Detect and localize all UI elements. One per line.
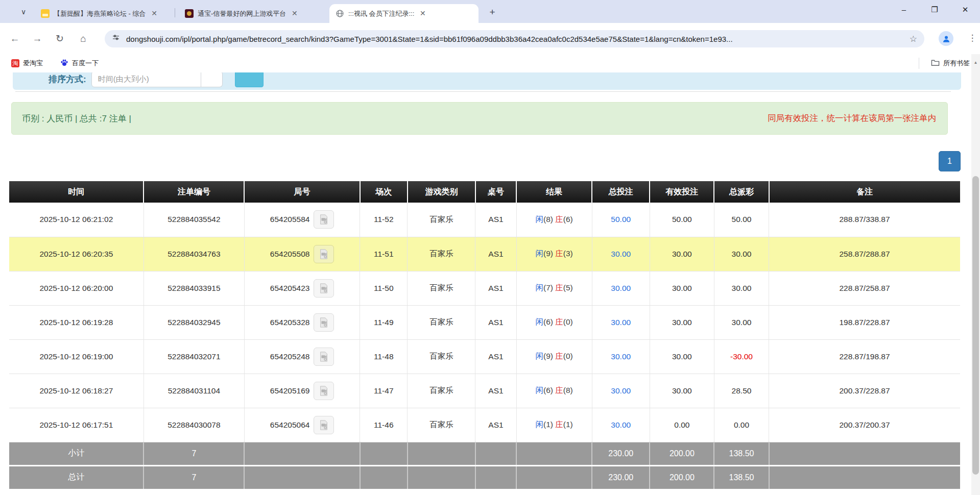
window-minimize-button[interactable]: – xyxy=(896,2,912,17)
refresh-icon[interactable]: ↻ xyxy=(52,31,67,46)
cell-total-bet[interactable]: 30.00 xyxy=(592,305,650,339)
column-header: 总派彩 xyxy=(714,181,769,203)
total-total-bet: 230.00 xyxy=(592,465,650,489)
column-header: 局号 xyxy=(244,181,360,203)
globe-favicon-icon xyxy=(336,9,344,18)
cell-table-number: AS1 xyxy=(475,408,516,442)
subtotal-valid-bet: 200.00 xyxy=(650,442,714,465)
tab-title: :::视讯 会员下注纪录::: xyxy=(348,9,414,18)
cell-bet-number: 522884032071 xyxy=(144,339,244,374)
bookmark-star-icon[interactable]: ☆ xyxy=(910,34,917,44)
tab-close-icon[interactable]: ✕ xyxy=(290,9,299,18)
cell-time: 2025-10-12 06:19:28 xyxy=(9,305,144,339)
new-tab-button[interactable]: + xyxy=(485,6,499,20)
tab-title: 【新提醒】海燕策略论坛 - 综合 xyxy=(54,9,146,18)
sort-select[interactable] xyxy=(201,72,223,87)
forward-icon[interactable]: → xyxy=(30,31,45,46)
site-settings-icon[interactable] xyxy=(112,34,120,44)
bookmark-label: 爱淘宝 xyxy=(23,59,43,68)
video-replay-button[interactable] xyxy=(314,279,334,298)
tab-close-icon[interactable]: ✕ xyxy=(418,9,427,18)
tab-close-icon[interactable]: ✕ xyxy=(150,9,159,18)
cell-total-bet[interactable]: 30.00 xyxy=(592,237,650,271)
cell-valid-bet: 30.00 xyxy=(650,271,714,305)
total-bet-link: 50.00 xyxy=(611,215,631,224)
address-bar[interactable]: dongshouji.com/ipl/portal.php/game/betre… xyxy=(105,30,924,47)
bookmark-label: 百度一下 xyxy=(72,59,99,68)
cell-result: 闲(9) 庄(3) xyxy=(516,237,592,271)
scroll-up-arrow-icon[interactable]: ▲ xyxy=(971,60,980,65)
video-replay-button[interactable] xyxy=(314,348,334,366)
browser-toolbar: ← → ↻ ⌂ dongshouji.com/ipl/portal.php/ga… xyxy=(0,23,980,54)
video-replay-button[interactable] xyxy=(314,210,334,229)
cell-table-number: AS1 xyxy=(475,305,516,339)
folder-icon xyxy=(931,59,940,68)
video-replay-button[interactable] xyxy=(314,245,334,263)
casino-favicon-icon xyxy=(185,9,194,18)
browser-tab-3-active[interactable]: :::视讯 会员下注纪录::: ✕ xyxy=(329,4,479,23)
cell-table-number: AS1 xyxy=(475,237,516,271)
cell-session: 11-50 xyxy=(360,271,408,305)
video-replay-button[interactable] xyxy=(314,416,334,434)
cell-remark: 200.37/200.37 xyxy=(769,408,960,442)
cell-result: 闲(6) 庄(8) xyxy=(516,374,592,408)
column-header: 结果 xyxy=(516,181,592,203)
cell-valid-bet: 50.00 xyxy=(650,203,714,237)
cell-total-bet[interactable]: 30.00 xyxy=(592,408,650,442)
video-replay-button[interactable] xyxy=(314,382,334,400)
cell-remark: 288.87/338.87 xyxy=(769,203,960,237)
video-replay-button[interactable] xyxy=(314,313,334,332)
back-icon[interactable]: ← xyxy=(7,31,22,46)
browser-tab-2[interactable]: 通宝-信誉最好的网上游戏平台 ✕ xyxy=(179,4,321,23)
cell-round-number: 654205423 xyxy=(244,271,360,305)
bookmarks-bar: 淘 爱淘宝 百度一下 所有书签 xyxy=(0,54,980,72)
vertical-scrollbar[interactable]: ▲ xyxy=(971,54,980,495)
total-valid-bet: 200.00 xyxy=(650,465,714,489)
cell-game-type: 百家乐 xyxy=(408,339,475,374)
all-bookmarks-label: 所有书签 xyxy=(943,59,970,68)
cell-session: 11-49 xyxy=(360,305,408,339)
cell-total-bet[interactable]: 50.00 xyxy=(592,203,650,237)
column-header: 备注 xyxy=(769,181,960,203)
cell-remark: 228.87/258.87 xyxy=(769,271,960,305)
url-text[interactable]: dongshouji.com/ipl/portal.php/game/betre… xyxy=(126,35,904,43)
tab-title: 通宝-信誉最好的网上游戏平台 xyxy=(198,9,286,18)
currency-summary-text: 币别 : 人民币 | 总共 :7 注单 | xyxy=(22,113,131,125)
table-row: 2025-10-12 06:17:51522884030078654205064… xyxy=(9,408,960,442)
cell-remark: 198.87/228.87 xyxy=(769,305,960,339)
cell-total-bet[interactable]: 30.00 xyxy=(592,374,650,408)
cell-result: 闲(9) 庄(0) xyxy=(516,339,592,374)
search-button[interactable] xyxy=(235,72,264,87)
cell-payout: -30.00 xyxy=(714,339,769,374)
column-header: 注单编号 xyxy=(144,181,244,203)
cell-valid-bet: 0.00 xyxy=(650,408,714,442)
profile-avatar[interactable] xyxy=(939,31,953,46)
cell-total-bet[interactable]: 30.00 xyxy=(592,339,650,374)
window-maximize-button[interactable]: ❐ xyxy=(927,2,942,17)
sort-label: 排序方式: xyxy=(49,73,86,85)
sort-input[interactable]: 时间(由大到小) xyxy=(91,72,201,87)
cell-total-bet[interactable]: 30.00 xyxy=(592,271,650,305)
table-row: 2025-10-12 06:18:27522884031104654205169… xyxy=(9,374,960,408)
sort-filter-panel: 排序方式: 时间(由大到小) xyxy=(13,72,961,90)
home-icon[interactable]: ⌂ xyxy=(76,31,91,46)
tab-list-chevron-icon[interactable]: ∨ xyxy=(18,7,29,17)
cell-result: 闲(1) 庄(1) xyxy=(516,408,592,442)
cell-bet-number: 522884033915 xyxy=(144,271,244,305)
bookmark-taobao[interactable]: 淘 爱淘宝 xyxy=(11,59,43,68)
cell-game-type: 百家乐 xyxy=(408,203,475,237)
total-bet-link: 30.00 xyxy=(611,284,631,292)
bookmarks-separator xyxy=(919,58,919,69)
forum-favicon-icon xyxy=(41,9,50,18)
pagination-page-1-button[interactable]: 1 xyxy=(939,151,961,171)
cell-table-number: AS1 xyxy=(475,203,516,237)
window-close-button[interactable]: ✕ xyxy=(958,2,973,17)
bookmark-baidu[interactable]: 百度一下 xyxy=(60,59,99,68)
cell-round-number: 654205584 xyxy=(244,203,360,237)
browser-menu-icon[interactable]: ⋮ xyxy=(965,31,979,45)
total-label: 总计 xyxy=(9,465,144,489)
scrollbar-thumb[interactable] xyxy=(972,176,979,475)
browser-tab-1[interactable]: 【新提醒】海燕策略论坛 - 综合 ✕ xyxy=(35,4,172,23)
all-bookmarks-button[interactable]: 所有书签 xyxy=(931,59,970,68)
cell-time: 2025-10-12 06:20:00 xyxy=(9,271,144,305)
